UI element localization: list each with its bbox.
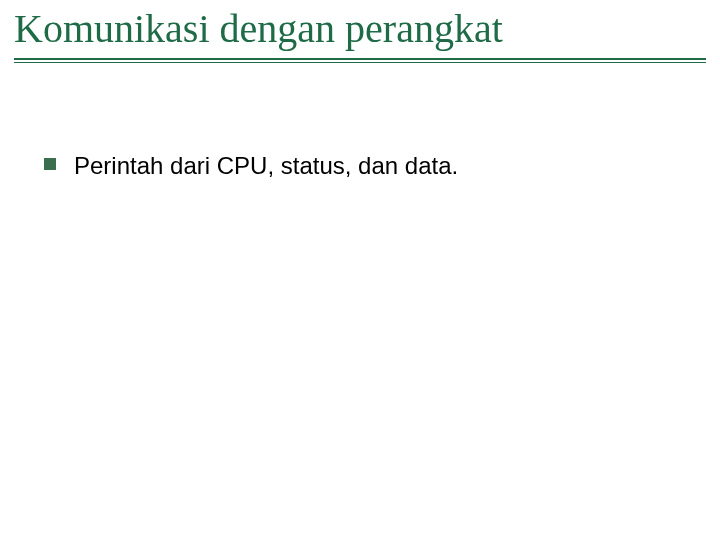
title-underline-inner xyxy=(14,62,706,63)
list-item: Perintah dari CPU, status, dan data. xyxy=(44,150,680,181)
title-underline xyxy=(14,58,706,63)
slide-title: Komunikasi dengan perangkat xyxy=(14,6,706,52)
bullet-text: Perintah dari CPU, status, dan data. xyxy=(74,150,458,181)
slide: Komunikasi dengan perangkat Perintah dar… xyxy=(0,0,720,540)
square-bullet-icon xyxy=(44,158,56,170)
body-area: Perintah dari CPU, status, dan data. xyxy=(44,150,680,199)
title-area: Komunikasi dengan perangkat xyxy=(14,6,706,63)
